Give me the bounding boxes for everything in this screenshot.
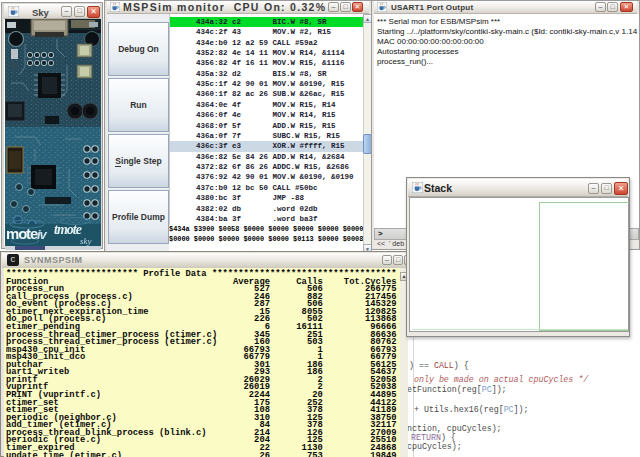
svg-text:moteiv: moteiv [6,225,47,242]
svg-text:sky: sky [80,236,92,246]
svg-text:tmote: tmote [54,222,82,237]
